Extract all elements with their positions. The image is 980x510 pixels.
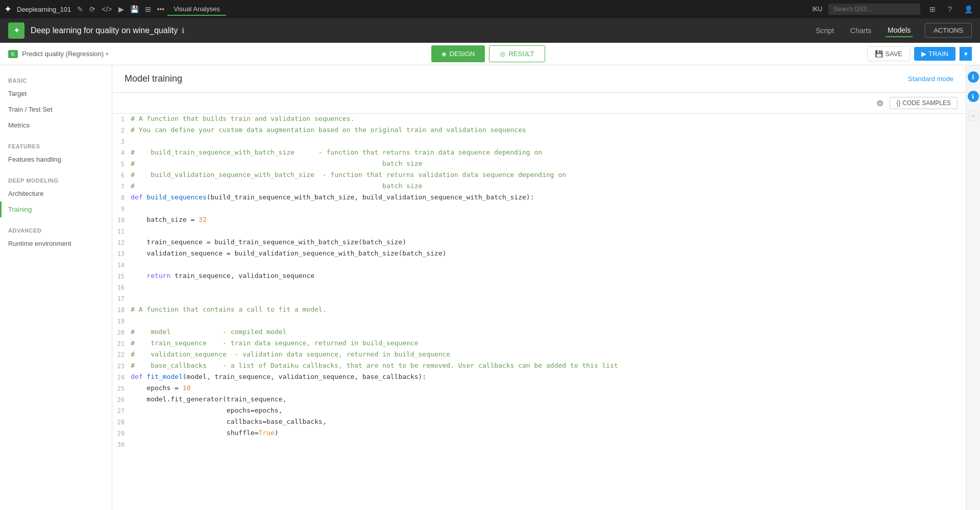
line-content[interactable] — [131, 316, 966, 326]
line-content[interactable]: model.fit_generator(train_sequence, — [131, 394, 966, 405]
nav-script[interactable]: Script — [814, 24, 836, 37]
nav-charts[interactable]: Charts — [848, 24, 873, 37]
code-line: 9 — [112, 203, 966, 215]
sidebar-item-runtime[interactable]: Runtime environment — [0, 236, 112, 251]
standard-mode-link[interactable]: Standard mode — [908, 75, 953, 83]
predict-badge: K — [8, 50, 18, 58]
edit-icon[interactable]: ✎ — [74, 3, 86, 15]
line-content[interactable] — [131, 136, 966, 147]
code-line: 30 — [112, 439, 966, 450]
line-number: 2 — [112, 125, 131, 136]
line-content[interactable] — [131, 203, 966, 214]
line-content[interactable]: # model - compiled model — [131, 327, 966, 338]
line-number: 25 — [112, 383, 131, 394]
app-icon: ✦ — [8, 22, 24, 39]
sidebar-item-metrics[interactable]: Metrics — [0, 117, 112, 133]
visual-analyses-tab[interactable]: Visual Analyses — [167, 3, 226, 16]
code-line: 14 — [112, 260, 966, 271]
search-input[interactable] — [828, 4, 920, 15]
line-content[interactable] — [131, 282, 966, 293]
top-nav: ✦ Deeplearning_101 ✎ ⟳ </> ▶ 💾 ⊞ ••• Vis… — [0, 0, 980, 18]
user-icon[interactable]: 👤 — [961, 3, 976, 15]
train-button[interactable]: ▶ TRAIN — [914, 47, 955, 61]
line-content[interactable] — [131, 260, 966, 270]
content-header: Model training Standard mode — [112, 65, 966, 93]
sidebar-item-label: Architecture — [8, 190, 43, 197]
line-content[interactable]: # A function that contains a call to fit… — [131, 304, 966, 315]
line-content[interactable]: # A function that builds train and valid… — [131, 114, 966, 124]
help-icon[interactable]: ? — [945, 3, 955, 15]
code-editor[interactable]: 1# A function that builds train and vali… — [112, 114, 966, 510]
code-samples-button[interactable]: {} CODE SAMPLES — [890, 97, 958, 109]
line-content[interactable] — [131, 226, 966, 237]
save-button[interactable]: 💾 SAVE — [867, 46, 910, 61]
grid-icon[interactable]: ⊞ — [142, 3, 154, 15]
line-content[interactable]: # train_sequence - train data sequence, … — [131, 338, 966, 349]
line-content[interactable]: epochs = 10 — [131, 383, 966, 394]
line-number: 5 — [112, 159, 131, 169]
content-area: Model training Standard mode ⚙ {} CODE S… — [112, 65, 966, 510]
apps-icon[interactable]: ⊞ — [926, 3, 939, 15]
line-content[interactable]: train_sequence = build_train_sequence_wi… — [131, 237, 966, 248]
sidebar-item-label: Features handling — [8, 156, 61, 163]
rail-icon-2[interactable]: ℹ — [968, 91, 979, 102]
deep-modeling-section-title: DEEP MODELING — [0, 173, 112, 186]
line-content[interactable]: callbacks=base_callbacks, — [131, 417, 966, 427]
line-content[interactable]: # base_callbacks - a list of Dataiku cal… — [131, 361, 966, 371]
line-content[interactable]: validation_sequence = build_validation_s… — [131, 248, 966, 259]
line-content[interactable]: batch_size = 32 — [131, 215, 966, 225]
settings-icon[interactable]: ⚙ — [876, 98, 884, 108]
result-button[interactable]: ◎ RESULT — [489, 45, 545, 62]
line-number: 4 — [112, 147, 131, 158]
code-icon[interactable]: </> — [99, 3, 115, 15]
sidebar-item-target[interactable]: Target — [0, 86, 112, 101]
app-bar: ✦ Deep learning for quality on wine_qual… — [0, 18, 980, 43]
code-line: 25 epochs = 10 — [112, 383, 966, 394]
line-content[interactable]: def build_sequences(build_train_sequence… — [131, 192, 966, 203]
line-content[interactable]: def fit_model(model, train_sequence, val… — [131, 372, 966, 382]
train-dropdown-button[interactable]: ▾ — [960, 47, 972, 61]
line-content[interactable] — [131, 439, 966, 450]
line-number: 15 — [112, 271, 131, 282]
project-name[interactable]: Deeplearning_101 — [17, 6, 71, 13]
code-line: 5# batch size — [112, 159, 966, 170]
sidebar-item-label: Metrics — [8, 121, 30, 129]
design-button[interactable]: ◈ DESIGN — [431, 45, 485, 62]
train-play-icon: ▶ — [921, 50, 926, 58]
line-content[interactable]: return train_sequence, validation_sequen… — [131, 271, 966, 282]
code-line: 4# build_train_sequence_with_batch_size … — [112, 147, 966, 159]
more-icon[interactable]: ••• — [154, 3, 168, 15]
play-icon[interactable]: ▶ — [115, 3, 127, 15]
app-logo: ✦ — [4, 4, 12, 15]
save-icon[interactable]: 💾 — [127, 3, 142, 15]
line-content[interactable]: # build_train_sequence_with_batch_size -… — [131, 147, 966, 158]
line-content[interactable]: # batch size — [131, 181, 966, 192]
sidebar-item-train-test[interactable]: Train / Test Set — [0, 101, 112, 117]
line-number: 18 — [112, 304, 131, 315]
line-content[interactable]: # build_validation_sequence_with_batch_s… — [131, 170, 966, 181]
design-icon: ◈ — [442, 50, 447, 58]
line-number: 29 — [112, 428, 131, 439]
line-number: 12 — [112, 237, 131, 248]
rail-icon-1[interactable]: ℹ — [968, 71, 979, 83]
line-number: 30 — [112, 439, 131, 450]
line-content[interactable]: epochs=epochs, — [131, 405, 966, 416]
line-content[interactable]: shuffle=True) — [131, 428, 966, 439]
code-line: 23# base_callbacks - a list of Dataiku c… — [112, 361, 966, 372]
code-line: 27 epochs=epochs, — [112, 405, 966, 417]
sidebar-item-training[interactable]: Training — [0, 201, 112, 217]
actions-button[interactable]: ACTIONS — [925, 23, 972, 38]
line-number: 9 — [112, 203, 131, 214]
sidebar-item-architecture[interactable]: Architecture — [0, 186, 112, 201]
info-icon[interactable]: ℹ — [182, 27, 184, 35]
sidebar-item-features-handling[interactable]: Features handling — [0, 151, 112, 167]
nav-models[interactable]: Models — [886, 24, 913, 37]
refresh-icon[interactable]: ⟳ — [86, 3, 99, 15]
rail-icon-3[interactable]: ○ — [968, 110, 979, 121]
iku-label: IKU — [812, 6, 822, 13]
line-content[interactable] — [131, 293, 966, 304]
line-content[interactable]: # batch size — [131, 159, 966, 169]
line-content[interactable]: # You can define your custom data augmen… — [131, 125, 966, 136]
line-number: 7 — [112, 181, 131, 192]
line-content[interactable]: # validation_sequence - validation data … — [131, 349, 966, 360]
